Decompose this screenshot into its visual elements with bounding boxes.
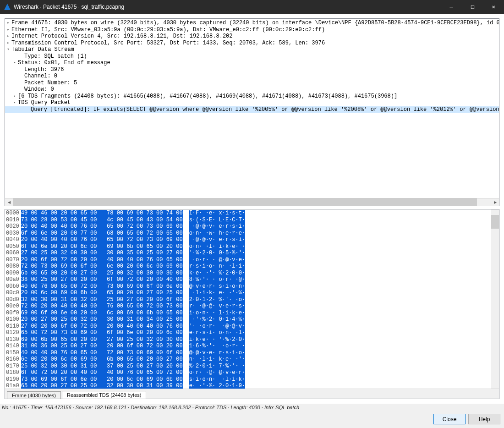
tree-row[interactable]: ▸Transmission Control Protocol, Src Port… (5, 40, 499, 47)
hex-bytes: 73 00 69 00 6f 00 6e 00 20 00 6c 00 69 0… (21, 376, 183, 383)
hex-row[interactable]: 019073 00 69 00 6f 00 6e 00 20 00 6c 00 … (6, 376, 498, 383)
tree-row[interactable]: ▸Internet Protocol Version 4, Src: 192.1… (5, 33, 499, 40)
hex-row[interactable]: 01806f 00 72 00 20 00 40 00 40 00 76 00 … (6, 369, 498, 376)
hex-offset: 0020 (6, 223, 21, 230)
hex-row[interactable]: 01a065 00 20 00 27 00 25 00 32 00 30 00 … (6, 383, 498, 389)
hex-offset: 0110 (6, 323, 21, 330)
vscrollbar[interactable] (491, 209, 499, 389)
vscroll-thumb[interactable] (491, 215, 499, 229)
tree-row[interactable]: Channel: 0 (5, 73, 499, 80)
hex-row[interactable]: 00e072 00 20 00 40 00 40 00 76 00 65 00 … (6, 303, 498, 310)
tree-text: Transmission Control Protocol, Src Port:… (11, 40, 499, 47)
hex-ascii: o·n· ·l· i·k·e· · (189, 243, 245, 250)
hex-row[interactable]: 00906b 00 65 00 20 00 27 00 25 00 32 00 … (6, 270, 498, 277)
chevron-right-icon[interactable]: ▸ (11, 60, 18, 66)
hex-row[interactable]: 00a038 00 25 00 27 00 20 00 6f 00 72 00 … (6, 276, 498, 283)
titlebar: Wireshark · Packet 41675 · sql_traffic.p… (0, 0, 504, 14)
hex-row[interactable]: 012065 00 72 00 73 00 69 00 6f 00 6e 00 … (6, 329, 498, 336)
tree-row[interactable]: ▸Status: 0x01, End of message (5, 60, 499, 66)
hex-bytes: 6e 00 20 00 6c 00 69 00 6b 00 65 00 20 0… (21, 356, 183, 363)
hex-ascii: %·2·0·1· 7·%·'· · (189, 363, 245, 370)
tree-row[interactable]: ▸Ethernet II, Src: VMware_03:a5:9a (00:0… (5, 27, 499, 33)
chevron-down-icon[interactable]: ▾ (11, 99, 18, 106)
tree-row[interactable]: ▾Tabular Data Stream (5, 46, 499, 53)
tab-frame[interactable]: Frame (4030 bytes) (7, 391, 61, 399)
chevron-right-icon[interactable]: ▸ (5, 40, 11, 47)
hex-row[interactable]: 00b040 00 76 00 65 00 72 00 73 00 69 00 … (6, 283, 498, 290)
hscrollbar[interactable]: ◀ ▶ (5, 198, 499, 206)
hex-row[interactable]: 007020 00 6f 00 72 00 20 00 40 00 40 00 … (6, 257, 498, 263)
hex-offset: 00d0 (6, 296, 21, 303)
hex-row[interactable]: 00f069 00 6f 00 6e 00 20 00 6c 00 69 00 … (6, 310, 498, 317)
tree-row[interactable]: ▾TDS Query Packet (5, 99, 499, 106)
tree-text: Length: 3976 (24, 66, 499, 73)
tree-text: Query [truncated]: IF exists(SELECT @@ve… (31, 106, 499, 113)
dialog-buttons: Close Help (0, 412, 504, 428)
tree-text: TDS Query Packet (18, 99, 499, 106)
hex-offset: 0080 (6, 263, 21, 270)
hex-row[interactable]: 00c020 00 6c 00 69 00 6b 00 65 00 20 00 … (6, 290, 498, 296)
hex-row[interactable]: 006027 00 25 00 32 00 30 00 30 00 35 00 … (6, 250, 498, 257)
chevron-right-icon[interactable]: ▸ (5, 33, 11, 40)
hex-row[interactable]: 00d032 00 30 00 31 00 32 00 25 00 27 00 … (6, 296, 498, 303)
hex-offset: 0100 (6, 316, 21, 323)
hex-ascii: e· ·'·%· 2·0·1·9· (189, 383, 245, 389)
tree-text: Type: SQL batch (1) (24, 53, 499, 60)
tree-text: Packet Number: 5 (24, 80, 499, 87)
hex-row[interactable]: 010020 00 27 00 25 00 32 00 30 00 31 00 … (6, 316, 498, 323)
tree-row[interactable]: ▸[6 TDS Fragments (24408 bytes): #41665(… (5, 93, 499, 100)
minimize-button[interactable]: ─ (441, 0, 462, 14)
hex-offset: 0090 (6, 270, 21, 277)
tree-row[interactable]: Window: 0 (5, 86, 499, 93)
hex-bytes: 6f 00 6e 00 20 00 6c 00 69 00 6b 00 65 0… (21, 243, 183, 250)
maximize-button[interactable]: ☐ (462, 0, 483, 14)
hscroll-thumb[interactable] (13, 198, 477, 206)
hex-row[interactable]: 002020 00 40 00 40 00 76 00 65 00 72 00 … (6, 223, 498, 230)
hex-ascii: e·r·s·i· o·n· ·l· (189, 329, 245, 336)
hex-bytes: 20 00 6f 00 72 00 20 00 40 00 40 00 76 0… (21, 257, 183, 263)
hex-ascii: ·l·i·k· e· ·'·%· (189, 290, 245, 296)
help-button[interactable]: Help (468, 414, 500, 424)
hex-row[interactable]: 01606e 00 20 00 6c 00 69 00 6b 00 65 00 … (6, 356, 498, 363)
chevron-right-icon[interactable]: ▸ (5, 20, 11, 27)
tree-row[interactable]: Type: SQL batch (1) (5, 53, 499, 60)
bytes-tabbar: Frame (4030 bytes) Reassembled TDS (2440… (5, 389, 499, 399)
hex-row[interactable]: 013069 00 6b 00 65 00 20 00 27 00 25 00 … (6, 336, 498, 343)
tree-row[interactable]: ▸Frame 41675: 4030 bytes on wire (32240 … (5, 20, 499, 27)
chevron-right-icon[interactable]: ▸ (11, 93, 18, 100)
hex-ascii: ·@·@·v· e·r·s·i· (189, 236, 245, 243)
hex-row[interactable]: 008072 00 73 00 69 00 6f 00 6e 00 20 00 … (6, 263, 498, 270)
hex-row[interactable]: 004020 00 40 00 40 00 76 00 65 00 72 00 … (6, 236, 498, 243)
hex-ascii: s·i·o·n· ·l·i·k· (189, 376, 245, 383)
tree-row[interactable]: Length: 3976 (5, 66, 499, 73)
close-dialog-button[interactable]: Close (433, 414, 466, 424)
hex-row[interactable]: 017025 00 32 00 30 00 31 00 37 00 25 00 … (6, 363, 498, 370)
hex-offset: 0130 (6, 336, 21, 343)
packet-details-pane[interactable]: ▸Frame 41675: 4030 bytes on wire (32240 … (5, 18, 499, 206)
tree-text: Status: 0x01, End of message (18, 60, 499, 66)
hex-bytes: 20 00 6c 00 69 00 6b 00 65 00 20 00 27 0… (21, 290, 183, 296)
hex-ascii: i·k·e· · '·%·2·0· (189, 336, 245, 343)
hex-row[interactable]: 011027 00 20 00 6f 00 72 00 20 00 40 00 … (6, 323, 498, 330)
hex-bytes: 32 00 30 00 31 00 32 00 25 00 27 00 20 0… (21, 296, 183, 303)
hex-ascii: 1·6·%·'· ·o·r· · (189, 343, 245, 350)
close-button[interactable]: ✕ (483, 0, 504, 14)
hex-bytes: 72 00 20 00 40 00 40 00 76 00 65 00 72 0… (21, 303, 183, 310)
hex-ascii: o·n· ·w· h·e·r·e· (189, 230, 245, 237)
scroll-left-icon[interactable]: ◀ (5, 198, 13, 206)
chevron-right-icon[interactable]: ▸ (5, 27, 11, 33)
chevron-down-icon[interactable]: ▾ (5, 46, 11, 53)
hex-row[interactable]: 000049 00 46 00 20 00 65 00 78 00 69 00 … (6, 210, 498, 217)
packet-bytes-pane[interactable]: 000049 00 46 00 20 00 65 00 78 00 69 00 … (5, 209, 499, 399)
tree-row[interactable]: Query [truncated]: IF exists(SELECT @@ve… (5, 106, 499, 113)
hex-row[interactable]: 015040 00 40 00 76 00 65 00 72 00 73 00 … (6, 350, 498, 357)
hex-ascii: i·o·n· · l·i·k·e· (189, 310, 245, 317)
scroll-right-icon[interactable]: ▶ (491, 198, 499, 206)
tab-reassembled[interactable]: Reassembled TDS (24408 bytes) (62, 391, 146, 399)
hex-row[interactable]: 014031 00 36 00 25 00 27 00 20 00 6f 00 … (6, 343, 498, 350)
tree-row[interactable]: Packet Number: 5 (5, 80, 499, 87)
hex-row[interactable]: 00306f 00 6e 00 20 00 77 00 68 00 65 00 … (6, 230, 498, 237)
hex-bytes: 65 00 20 00 27 00 25 00 32 00 30 00 31 0… (21, 383, 183, 389)
hex-row[interactable]: 001073 00 28 00 53 00 45 00 4c 00 45 00 … (6, 217, 498, 224)
hex-row[interactable]: 00506f 00 6e 00 20 00 6c 00 69 00 6b 00 … (6, 243, 498, 250)
